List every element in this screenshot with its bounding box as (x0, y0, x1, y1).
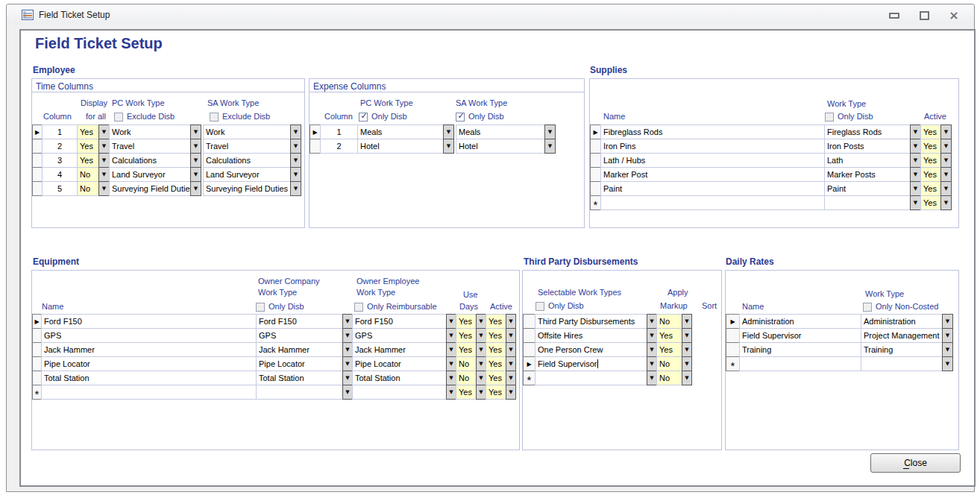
new-record-selector[interactable]: * (523, 371, 535, 385)
display-for-all-combo[interactable]: No (77, 167, 99, 182)
pc-work-type-combo[interactable]: Meals (357, 125, 444, 139)
combo-dropdown-button[interactable]: ▼ (647, 356, 657, 371)
combo-dropdown-button[interactable]: ▼ (98, 153, 110, 168)
combo-dropdown-button[interactable]: ▼ (190, 181, 201, 196)
work-type-combo[interactable]: Paint (824, 181, 911, 196)
sa-work-type-combo[interactable]: Land Surveyor (203, 167, 291, 182)
use-days-combo[interactable]: Yes (456, 328, 477, 343)
record-selector[interactable] (523, 314, 535, 329)
record-selector[interactable] (590, 139, 601, 154)
combo-dropdown-button[interactable]: ▼ (290, 167, 301, 182)
supply-name-field[interactable]: Paint (600, 181, 825, 196)
combo-dropdown-button[interactable]: ▼ (942, 342, 953, 357)
active-combo[interactable]: Yes (486, 328, 506, 343)
work-type-combo[interactable] (861, 356, 943, 371)
apply-markup-combo[interactable]: Yes (656, 328, 682, 343)
sa-work-type-combo[interactable]: Meals (456, 125, 545, 139)
supply-name-field[interactable]: Iron Pins (600, 139, 825, 154)
new-record-selector[interactable]: * (726, 356, 740, 371)
active-combo[interactable]: Yes (920, 153, 941, 168)
combo-dropdown-button[interactable]: ▼ (940, 125, 952, 139)
owner-company-work-type-combo[interactable]: GPS (256, 328, 343, 343)
combo-dropdown-button[interactable]: ▼ (190, 125, 201, 139)
combo-dropdown-button[interactable]: ▼ (98, 167, 110, 182)
sa-work-type-combo[interactable]: Surveying Field Duties (203, 181, 291, 196)
record-selector[interactable]: ▶ (32, 125, 43, 139)
record-selector[interactable] (590, 167, 601, 182)
work-type-combo[interactable]: Marker Posts (824, 167, 911, 182)
active-combo[interactable]: Yes (920, 195, 941, 210)
sa-work-type-combo[interactable]: Hotel (456, 139, 545, 154)
supply-name-field[interactable]: Marker Post (600, 167, 825, 182)
use-days-combo[interactable]: Yes (456, 385, 477, 400)
equipment-name-field[interactable]: GPS (41, 328, 257, 343)
combo-dropdown-button[interactable]: ▼ (342, 371, 353, 385)
use-days-combo[interactable]: No (456, 356, 477, 371)
only-disb-checkbox[interactable] (256, 303, 265, 312)
combo-dropdown-button[interactable]: ▼ (942, 356, 953, 371)
record-selector[interactable] (523, 342, 535, 357)
work-type-combo[interactable]: Training (861, 342, 943, 357)
combo-dropdown-button[interactable]: ▼ (98, 125, 110, 139)
active-combo[interactable]: Yes (920, 167, 941, 182)
display-for-all-combo[interactable]: Yes (77, 139, 99, 154)
combo-dropdown-button[interactable]: ▼ (910, 139, 921, 154)
active-combo[interactable]: Yes (920, 139, 941, 154)
equipment-name-field[interactable]: Ford F150 (41, 314, 257, 329)
owner-employee-work-type-combo[interactable] (352, 385, 447, 400)
combo-dropdown-button[interactable]: ▼ (647, 314, 657, 329)
pc-only-disb-checkbox[interactable]: ✓ (359, 113, 368, 122)
combo-dropdown-button[interactable]: ▼ (446, 371, 456, 385)
record-selector[interactable] (32, 181, 43, 196)
combo-dropdown-button[interactable]: ▼ (476, 314, 486, 329)
combo-dropdown-button[interactable]: ▼ (342, 314, 353, 329)
combo-dropdown-button[interactable]: ▼ (940, 181, 952, 196)
active-combo[interactable]: Yes (486, 371, 506, 385)
sa-exclude-disb-checkbox[interactable] (210, 113, 219, 122)
combo-dropdown-button[interactable]: ▼ (342, 328, 353, 343)
combo-dropdown-button[interactable]: ▼ (446, 356, 456, 371)
use-days-combo[interactable]: Yes (456, 314, 477, 329)
combo-dropdown-button[interactable]: ▼ (342, 385, 353, 400)
combo-dropdown-button[interactable]: ▼ (682, 342, 692, 357)
pc-exclude-disb-checkbox[interactable] (114, 113, 123, 122)
owner-employee-work-type-combo[interactable]: Total Station (352, 371, 447, 385)
apply-markup-combo[interactable]: No (656, 314, 682, 329)
work-type-combo[interactable]: Offsite Hires (535, 328, 647, 343)
record-selector[interactable] (590, 153, 601, 168)
combo-dropdown-button[interactable]: ▼ (940, 167, 952, 182)
work-type-combo[interactable]: Project Management (861, 328, 943, 343)
owner-company-work-type-combo[interactable]: Jack Hammer (256, 342, 343, 357)
combo-dropdown-button[interactable]: ▼ (544, 125, 556, 139)
combo-dropdown-button[interactable]: ▼ (910, 167, 921, 182)
combo-dropdown-button[interactable]: ▼ (910, 195, 921, 210)
pc-work-type-combo[interactable]: Land Surveyor (109, 167, 191, 182)
combo-dropdown-button[interactable]: ▼ (942, 314, 953, 329)
work-type-combo[interactable] (535, 371, 647, 385)
combo-dropdown-button[interactable]: ▼ (647, 328, 657, 343)
rate-name-field[interactable]: Field Supervisor (739, 328, 861, 343)
combo-dropdown-button[interactable]: ▼ (647, 342, 657, 357)
pc-work-type-combo[interactable]: Hotel (357, 139, 444, 154)
use-days-combo[interactable]: Yes (456, 342, 477, 357)
owner-employee-work-type-combo[interactable]: GPS (352, 328, 447, 343)
record-selector[interactable] (726, 328, 740, 343)
combo-dropdown-button[interactable]: ▼ (910, 153, 921, 168)
combo-dropdown-button[interactable]: ▼ (190, 153, 201, 168)
combo-dropdown-button[interactable]: ▼ (290, 139, 301, 154)
supply-name-field[interactable] (600, 195, 825, 210)
combo-dropdown-button[interactable]: ▼ (647, 371, 657, 385)
record-selector[interactable]: ▶ (310, 125, 321, 139)
pc-work-type-combo[interactable]: Surveying Field Duties (109, 181, 191, 196)
new-record-selector[interactable]: * (590, 195, 601, 210)
sa-work-type-combo[interactable]: Travel (203, 139, 291, 154)
record-selector[interactable]: ▶ (590, 125, 601, 139)
owner-company-work-type-combo[interactable]: Total Station (256, 371, 343, 385)
active-combo[interactable]: Yes (486, 314, 506, 329)
combo-dropdown-button[interactable]: ▼ (446, 342, 456, 357)
combo-dropdown-button[interactable]: ▼ (446, 314, 456, 329)
combo-dropdown-button[interactable]: ▼ (506, 328, 516, 343)
equipment-name-field[interactable]: Pipe Locator (41, 356, 257, 371)
rate-name-field[interactable]: Training (739, 342, 861, 357)
combo-dropdown-button[interactable]: ▼ (98, 181, 110, 196)
